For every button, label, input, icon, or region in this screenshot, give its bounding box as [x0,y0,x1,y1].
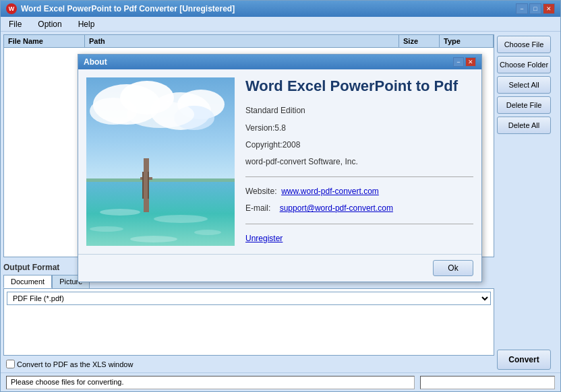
email-address[interactable]: support@word-pdf-convert.com [280,203,393,213]
about-version: Version:5.8 [245,122,473,135]
about-divider [245,176,473,177]
svg-point-16 [194,230,221,235]
about-footer: Ok [78,254,481,282]
email-label: E-mail: [245,203,270,213]
svg-point-18 [130,236,177,242]
about-email: E-mail: support@word-pdf-convert.com [245,202,473,215]
svg-rect-12 [142,172,144,199]
about-title: About [84,57,107,67]
svg-point-17 [90,226,123,232]
website-label: Website: [245,187,276,196]
about-app-title: Word Excel PowerPoint to Pdf [245,77,473,95]
about-minimize-button[interactable]: − [453,57,464,67]
about-title-bar: About − ✕ [78,55,481,69]
about-controls: − ✕ [453,57,476,67]
about-dialog: About − ✕ [78,54,482,282]
about-unregister[interactable]: Unregister [245,232,473,245]
ok-button[interactable]: Ok [433,260,473,276]
about-website: Website: www.word-pdf-convert.com [245,185,473,198]
about-content: Word Excel PowerPoint to Pdf Standard Ed… [78,69,481,254]
about-overlay: About − ✕ [0,0,561,392]
about-edition: Standard Edition [245,104,473,117]
website-url[interactable]: www.word-pdf-convert.com [281,187,379,196]
svg-point-7 [127,101,194,128]
about-divider-2 [245,224,473,224]
about-image [86,77,235,246]
about-copyright: Copyright:2008 [245,139,473,152]
about-info: Word Excel PowerPoint to Pdf Standard Ed… [245,77,473,245]
svg-rect-13 [148,172,149,199]
about-company: word-pdf-convert Software, Inc. [245,156,473,168]
svg-point-14 [100,209,140,216]
about-close-button[interactable]: ✕ [465,57,476,67]
svg-rect-11 [140,177,152,180]
svg-point-15 [154,215,208,223]
